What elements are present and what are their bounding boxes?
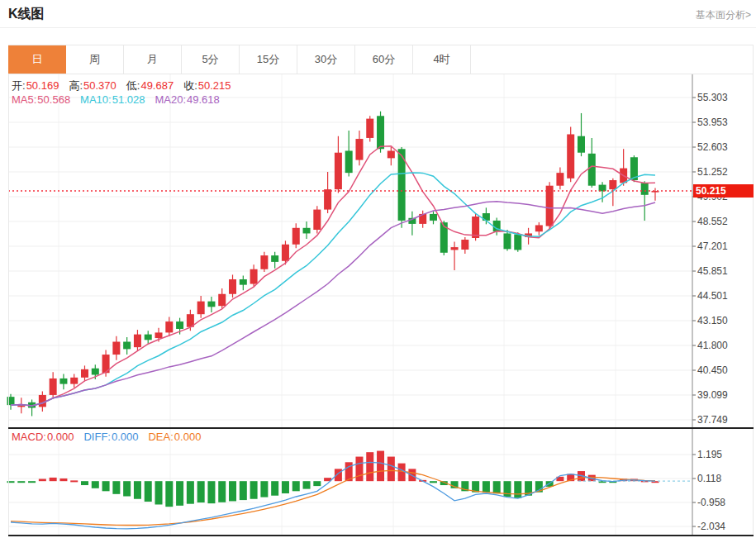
legend-label: MA10: [80,93,112,106]
macd-bar [207,481,215,503]
candle-body [313,210,321,230]
candle-body [324,189,331,209]
price-axis-label: 37.749 [697,413,749,426]
candle-body [271,255,278,262]
candle-body [282,245,289,261]
macd-legend: MACD:0.000DIFF:0.000DEA:0.000 [12,431,211,443]
legend-item: 收:50.215 [183,79,235,92]
legend-label: MA5: [12,93,36,106]
legend-item: DEA:0.000 [148,431,206,443]
candle-body [377,116,384,149]
legend-value: 49.687 [140,79,174,92]
candle-body [535,225,543,231]
macd-bar [260,481,268,497]
macd-axis-label: 0.118 [697,472,749,485]
macd-bar [92,481,99,488]
legend-label: 高: [69,79,83,92]
candle-body [59,379,67,384]
outer-right-border [753,45,754,536]
macd-bar [70,480,78,482]
macd-bar [197,481,205,502]
candle-body [461,240,468,250]
legend-item: DIFF:0.000 [83,431,143,443]
candle-body [366,119,373,138]
legend-value: 51.028 [112,93,145,106]
candle-body [588,154,596,186]
legend-value: 50.169 [26,79,59,92]
candle-body [345,150,353,173]
macd-bar [503,481,511,497]
macd-bar [134,481,141,499]
candle-body [641,183,649,194]
macd-bar [165,481,173,507]
legend-label: DIFF: [83,431,111,443]
macd-axis-label: -2.034 [697,520,749,533]
macd-bar [377,451,384,482]
macd-bar [28,481,36,483]
price-axis-label: 41.800 [697,339,749,352]
macd-bar [229,481,236,501]
macd-bar [240,481,247,500]
candle-body [123,342,131,350]
legend-label: MACD: [12,431,46,443]
legend-item: MA20:49.618 [155,93,224,106]
legend-value: 0.000 [47,431,74,443]
candle-body [578,136,585,153]
candle-body [250,269,258,284]
price-axis-label: 51.252 [697,165,749,179]
candle-body [112,342,120,355]
candle-body [134,335,141,348]
candle-body [546,186,554,226]
legend-item: MA10:51.028 [80,93,150,106]
legend-label: MA20: [155,93,186,106]
macd-bar [155,481,163,504]
macd-bar [59,478,67,481]
candle-body [197,302,205,315]
candle-body [451,247,459,250]
candle-body [388,150,395,158]
macd-bar [303,481,311,488]
macd-bar [313,481,321,486]
price-axis-label: 53.953 [697,116,749,129]
macd-bar [483,481,490,493]
legend-value: 50.568 [37,93,70,106]
price-axis-label: 39.099 [697,388,749,402]
candle-body [240,279,247,285]
macd-bar [187,481,194,503]
legend-value: 50.215 [198,79,231,92]
macd-bar [388,457,395,482]
current-price-badge: 50.215 [693,184,754,198]
candle-body [165,321,173,332]
macd-bar [366,452,373,481]
macd-bar [218,481,226,502]
macd-bar [398,464,406,482]
candle-body [155,332,163,338]
candle-body [514,235,521,250]
candle-body [609,180,616,189]
ma-legend: MA5:50.568MA10:51.028MA20:49.618 [12,93,230,106]
bottom-border [8,535,754,536]
price-axis-label: 45.851 [697,264,749,278]
legend-item: 低:49.687 [126,79,178,92]
macd-bar [514,481,521,498]
candle-body [292,228,300,245]
macd-bar [123,481,131,496]
macd-bar [430,481,437,483]
candle-body [207,302,215,307]
candle-body [556,173,563,186]
legend-value: 50.370 [83,79,116,92]
legend-value: 0.000 [174,431,202,443]
price-axis-label: 48.552 [697,215,749,228]
price-axis-label: 44.501 [697,289,749,302]
legend-label: 开: [12,79,26,92]
macd-axis-label: 1.195 [697,448,749,461]
panel-separator [8,427,754,429]
legend-item: MACD:0.000 [12,431,78,443]
candle-body [50,379,57,395]
macd-axis-label: -0.958 [697,496,749,509]
candle-body [303,228,311,234]
legend-item: 开:50.169 [12,79,64,92]
legend-label: DEA: [148,431,173,443]
macd-bar [335,469,342,481]
legend-item: MA5:50.568 [12,93,75,106]
